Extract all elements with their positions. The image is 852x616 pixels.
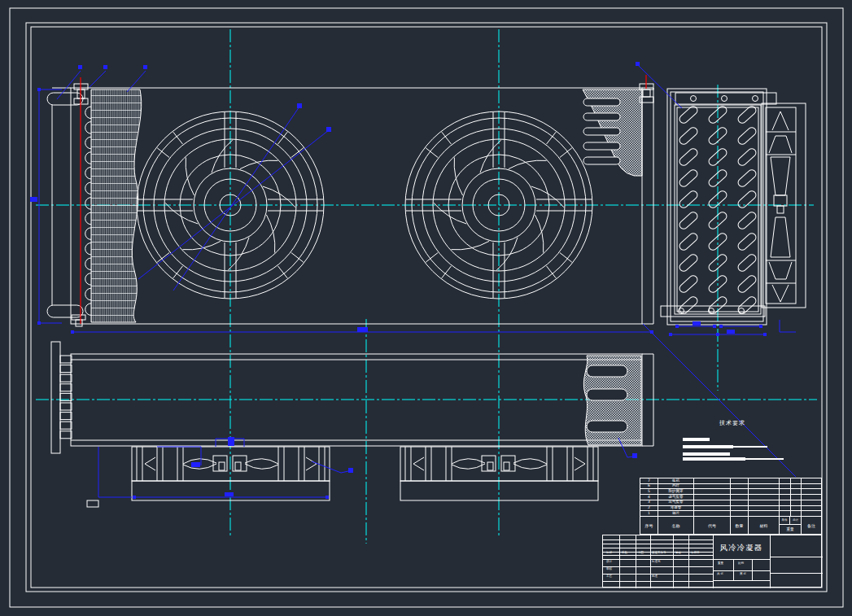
table-row: 2 冷凝管 xyxy=(640,506,821,512)
table-row: 1 翅片 xyxy=(640,511,821,517)
coil-section-top-right xyxy=(583,90,642,176)
header-weight: 重量 xyxy=(780,525,801,535)
fan-motor-assemblies xyxy=(132,447,598,500)
note-line-bar xyxy=(683,457,745,461)
note-line-bar xyxy=(733,446,767,448)
info-label: 第 张 xyxy=(740,573,746,576)
part-name: 电机 xyxy=(658,478,694,484)
dimension-text xyxy=(693,321,701,325)
header-weight-group: 单件 总计 重量 xyxy=(780,517,802,535)
part-no: 1 xyxy=(640,511,658,517)
header-no: 序号 xyxy=(640,517,658,535)
item-balloon xyxy=(632,453,637,458)
sign-label: 设计 xyxy=(606,561,612,564)
table-row: 7 电机 xyxy=(640,478,821,484)
part-no: 2 xyxy=(640,506,658,512)
item-balloon xyxy=(636,62,640,66)
item-balloon xyxy=(143,65,147,69)
fin-coil-hatch xyxy=(91,90,142,322)
parts-table-header: 序号 名称 代号 数量 材料 单件 总计 重量 备注 xyxy=(640,517,821,535)
part-name: 冷凝管 xyxy=(658,506,694,512)
pipe-fitting-bottom-left xyxy=(72,315,85,326)
header-name: 名称 xyxy=(658,517,694,535)
table-row: 3 出气集管 xyxy=(640,500,821,506)
dimension-text xyxy=(727,330,735,334)
tube-sheet-comb xyxy=(60,356,72,439)
note-line-bar xyxy=(683,438,710,441)
leader-lines xyxy=(57,62,796,477)
sign-label: 标准化 xyxy=(652,561,661,564)
part-no: 7 xyxy=(640,478,658,484)
note-line-bar xyxy=(683,452,730,456)
part-name: 翅片 xyxy=(658,511,694,517)
info-label: 比例 xyxy=(738,562,744,566)
part-name: 出气集管 xyxy=(658,500,694,506)
dimension-text xyxy=(191,462,200,467)
header-material: 材料 xyxy=(749,517,780,535)
dimensions xyxy=(30,88,796,499)
coil-return-bends xyxy=(85,107,91,315)
revision-header: 更改文件号 xyxy=(652,552,666,555)
table-row: 4 进气集管 xyxy=(640,495,821,500)
revision-header: 年月日 xyxy=(691,552,700,555)
coil-section-bottom-right xyxy=(583,356,641,445)
part-no: 5 xyxy=(640,489,658,495)
info-label: 重量 xyxy=(718,562,723,566)
dimension-text xyxy=(357,327,368,332)
part-no: 4 xyxy=(640,495,658,500)
item-balloon xyxy=(78,65,82,69)
sign-label: 审核 xyxy=(606,568,612,571)
note-line-bar xyxy=(745,458,784,460)
header-code: 代号 xyxy=(694,517,731,535)
header-qty: 数量 xyxy=(731,517,749,535)
item-balloon xyxy=(297,103,302,108)
dimension-text xyxy=(225,492,234,496)
revision-header: 标记 xyxy=(606,552,612,555)
note-line-bar xyxy=(683,445,733,448)
side-view xyxy=(661,89,806,325)
parts-table: 7 电机 6 风叶 5 防护网罩 4 进气集管 3 出气集管 2 冷凝管 xyxy=(640,478,822,535)
header-unit: 单件 xyxy=(780,517,790,524)
part-name: 风叶 xyxy=(658,484,694,490)
table-row: 5 防护网罩 xyxy=(640,489,821,495)
dimension-text xyxy=(30,197,37,202)
item-balloon xyxy=(103,65,107,69)
drawing-title: 风冷冷凝器 xyxy=(713,538,770,557)
header-total: 总计 xyxy=(790,517,801,524)
item-balloon xyxy=(348,468,353,473)
revision-header: 分区 xyxy=(638,552,644,555)
revision-header: 签名 xyxy=(675,552,681,555)
part-no: 6 xyxy=(640,484,658,490)
part-name: 进气集管 xyxy=(658,495,694,500)
cad-viewport[interactable]: 技术要求 7 电机 6 风叶 5 防护网罩 4 进气集管 3 出气集管 xyxy=(0,0,852,616)
header-remarks: 备注 xyxy=(802,517,821,535)
part-name: 防护网罩 xyxy=(658,489,694,495)
part-no: 3 xyxy=(640,500,658,506)
sign-label: 工艺 xyxy=(606,575,612,579)
revision-header: 处数 xyxy=(622,552,627,555)
info-label: 共 张 xyxy=(717,573,723,576)
bottom-view xyxy=(51,342,653,507)
centerlines xyxy=(36,29,817,544)
title-block: 标记 处数 分区 更改文件号 签名 年月日 设计 标准化 审核 工艺 批准 重量… xyxy=(602,535,822,588)
tech-requirements-heading: 技术要求 xyxy=(719,419,745,427)
table-row: 6 风叶 xyxy=(640,484,821,490)
sign-label: 批准 xyxy=(652,575,658,579)
item-balloon xyxy=(326,127,331,132)
dimension-text xyxy=(228,437,234,446)
